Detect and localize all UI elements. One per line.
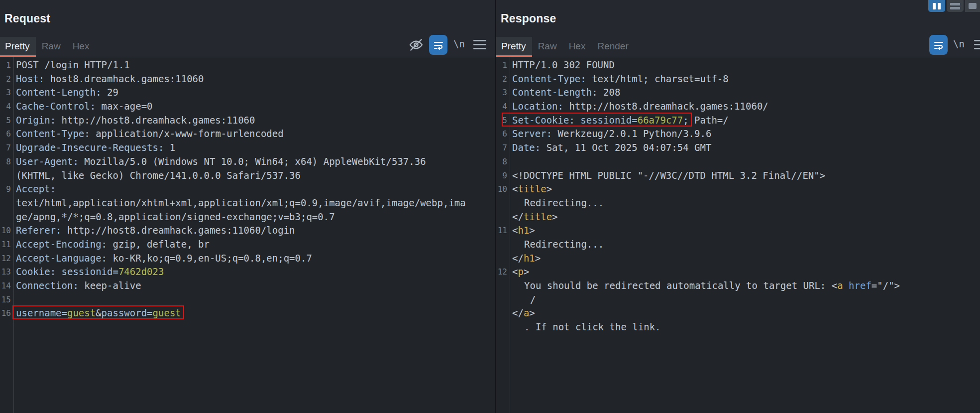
line-number: 11 (0, 238, 11, 252)
code-line: 14Connection: keep-alive (0, 279, 495, 293)
response-header: Response PrettyRawHexRender \n (496, 0, 980, 57)
pause-icon (933, 3, 936, 9)
code-line: 9Accept: (0, 182, 495, 196)
tab-pretty[interactable]: Pretty (496, 37, 532, 57)
red-highlight-box: username=guest&password=guest (16, 307, 181, 318)
red-highlight-box: Set-Cookie: sessionid=66a79c77; (512, 115, 689, 126)
hamburger-icon (950, 7, 960, 9)
line-number: 7 (0, 141, 11, 155)
hide-eye-icon[interactable] (407, 36, 425, 53)
tab-raw[interactable]: Raw (532, 37, 563, 57)
code-line: 4Cache-Control: max-age=0 (0, 100, 495, 114)
line-number: 2 (0, 72, 11, 86)
code-line: 9<!DOCTYPE HTML PUBLIC "-//W3C//DTD HTML… (496, 169, 980, 183)
line-number: 12 (496, 265, 507, 279)
line-number: 15 (0, 293, 11, 307)
code-line: 6Content-Type: application/x-www-form-ur… (0, 127, 495, 141)
code-line: / (496, 293, 980, 307)
line-number: 11 (496, 224, 507, 238)
line-number: 16 (0, 306, 11, 320)
code-line: Redirecting... (496, 238, 980, 252)
request-header: Request PrettyRawHex \n (0, 0, 495, 57)
line-number: 10 (496, 182, 507, 196)
code-line: 1POST /login HTTP/1.1 (0, 58, 495, 72)
code-line: 7Upgrade-Insecure-Requests: 1 (0, 141, 495, 155)
hamburger-button[interactable] (947, 0, 964, 12)
response-editor[interactable]: 1HTTP/1.0 302 FOUND2Content-Type: text/h… (496, 57, 980, 413)
line-number: 7 (496, 141, 507, 155)
code-line: 2Host: host8.dreamhack.games:11060 (0, 72, 495, 86)
pause-button[interactable] (928, 0, 945, 12)
http-message-viewer: Request PrettyRawHex \n (0, 0, 980, 413)
pause-icon (938, 3, 941, 9)
line-number: 8 (496, 155, 507, 169)
code-line: (KHTML, like Gecko) Chrome/141.0.0.0 Saf… (0, 169, 495, 183)
code-line: ge/apng,*/*;q=0.8,application/signed-exc… (0, 210, 495, 224)
line-number: 13 (0, 265, 11, 279)
code-line: You should be redirected automatically t… (496, 279, 980, 293)
code-line: 11<h1> (496, 224, 980, 238)
word-wrap-icon (433, 39, 444, 51)
word-wrap-icon (933, 39, 945, 51)
code-line: 2Content-Type: text/html; charset=utf-8 (496, 72, 980, 86)
code-line: </h1> (496, 252, 980, 266)
code-line: text/html,application/xhtml+xml,applicat… (0, 196, 495, 210)
line-number: 2 (496, 72, 507, 86)
code-line: 12<p> (496, 265, 980, 279)
request-tabs: PrettyRawHex (0, 37, 95, 57)
response-pane: Response PrettyRawHexRender \n 1HTTP/1.0… (496, 0, 980, 413)
code-line: 10<title> (496, 182, 980, 196)
code-line: </a> (496, 306, 980, 320)
newline-toggle[interactable]: \n (953, 38, 965, 49)
window-controls (928, 0, 980, 12)
code-line: 3Content-Length: 208 (496, 86, 980, 100)
code-line: 5Set-Cookie: sessionid=66a79c77; Path=/ (496, 114, 980, 128)
line-number: 9 (0, 182, 11, 196)
request-pane: Request PrettyRawHex \n (0, 0, 495, 413)
code-line: 11Accept-Encoding: gzip, deflate, br (0, 238, 495, 252)
line-number: 6 (496, 127, 507, 141)
request-pane-title: Request (4, 12, 50, 25)
response-tabs: PrettyRawHexRender (496, 37, 635, 57)
newline-toggle[interactable]: \n (453, 38, 465, 49)
code-line: 8User-Agent: Mozilla/5.0 (Windows NT 10.… (0, 155, 495, 169)
code-line: 12Accept-Language: ko-KR,ko;q=0.9,en-US;… (0, 252, 495, 266)
tab-pretty[interactable]: Pretty (0, 37, 36, 57)
code-line: Redirecting... (496, 196, 980, 210)
word-wrap-button[interactable] (929, 35, 948, 55)
panel-icon (969, 3, 977, 9)
line-number: 4 (496, 100, 507, 114)
menu-icon[interactable] (473, 40, 486, 52)
line-number: 9 (496, 169, 507, 183)
code-line: 7Date: Sat, 11 Oct 2025 04:07:54 GMT (496, 141, 980, 155)
code-line: 5Origin: http://host8.dreamhack.games:11… (0, 114, 495, 128)
line-number: 6 (0, 127, 11, 141)
line-number: 3 (0, 86, 11, 100)
code-line: </title> (496, 210, 980, 224)
code-line: 6Server: Werkzeug/2.0.1 Python/3.9.6 (496, 127, 980, 141)
line-number: 12 (0, 252, 11, 266)
request-editor[interactable]: 1POST /login HTTP/1.12Host: host8.dreamh… (0, 57, 495, 413)
menu-icon[interactable] (974, 40, 980, 52)
word-wrap-button[interactable] (429, 35, 447, 55)
line-number: 8 (0, 155, 11, 169)
line-number: 14 (0, 279, 11, 293)
code-line: . If not click the link. (496, 320, 980, 334)
code-line: 8 (496, 155, 980, 169)
line-number: 5 (0, 114, 11, 128)
line-number: 5 (496, 114, 507, 128)
hamburger-icon (950, 3, 960, 5)
tab-raw[interactable]: Raw (36, 37, 67, 57)
response-pane-title: Response (501, 12, 556, 25)
panel-button[interactable] (965, 0, 980, 12)
code-line: 10Referer: http://host8.dreamhack.games:… (0, 224, 495, 238)
code-line: 3Content-Length: 29 (0, 86, 495, 100)
code-line: 15 (0, 293, 495, 307)
tab-hex[interactable]: Hex (563, 37, 592, 57)
code-line: 13Cookie: sessionid=7462d023 (0, 265, 495, 279)
line-number: 4 (0, 100, 11, 114)
tab-hex[interactable]: Hex (67, 37, 96, 57)
code-line: 4Location: http://host8.dreamhack.games:… (496, 100, 980, 114)
line-number: 1 (496, 58, 507, 72)
tab-render[interactable]: Render (591, 37, 634, 57)
